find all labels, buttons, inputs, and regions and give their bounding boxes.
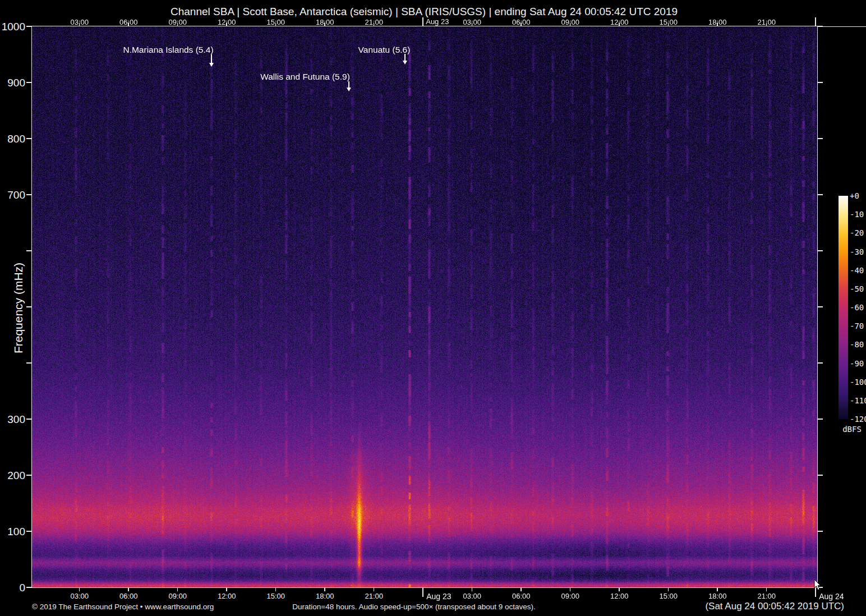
y-tick-left <box>26 587 32 588</box>
x-tick-label-top: 06:00 <box>119 18 138 26</box>
x-tick-label-bottom: 15:00 <box>659 592 678 600</box>
x-tick-label-top: 03:00 <box>463 18 481 26</box>
x-tick-bottom <box>717 587 718 591</box>
colorbar-tick-label: -70 <box>850 321 864 330</box>
y-tick-left <box>26 138 32 139</box>
x-tick-label-top: 03:00 <box>70 18 89 26</box>
x-tick-label-bottom: 09:00 <box>168 592 187 600</box>
x-tick-label-top: 12:00 <box>218 18 236 26</box>
colorbar-tick-label: -20 <box>850 228 864 237</box>
mouse-cursor <box>814 580 822 591</box>
y-tick-label: 100 <box>1 526 25 538</box>
x-tick-bottom <box>766 587 767 591</box>
x-tick-label-top: 15:00 <box>659 18 678 26</box>
x-tick-bottom <box>177 587 178 591</box>
x-tick-label-top: 09:00 <box>561 18 579 26</box>
y-tick-left <box>26 26 32 27</box>
y-tick-right <box>817 194 823 195</box>
y-tick-label: 300 <box>1 413 25 426</box>
y-tick-left <box>26 531 32 532</box>
y-tick-left <box>26 306 32 307</box>
x-tick-label-top: 21:00 <box>365 18 383 26</box>
x-tick-top <box>422 17 423 27</box>
y-tick-left <box>26 250 32 251</box>
x-tick-bottom <box>374 587 375 591</box>
y-tick-right <box>817 419 823 420</box>
x-tick-bottom <box>226 587 227 591</box>
annotation-arrow-line <box>404 54 406 61</box>
y-tick-label: 800 <box>1 133 25 145</box>
x-tick-label-bottom: Aug 23 <box>426 592 451 601</box>
colorbar-tick-label: -30 <box>850 247 864 256</box>
annotation-label: Wallis and Futuna (5.9) <box>260 72 350 82</box>
y-tick-left <box>26 194 32 195</box>
annotation-arrow-head <box>347 88 351 91</box>
x-tick-label-top: 21:00 <box>757 18 776 26</box>
colorbar-unit-label: dBFS <box>839 425 865 434</box>
x-tick-bottom <box>324 587 325 591</box>
x-tick-bottom <box>619 587 620 591</box>
colorbar-tick-label: -110 <box>850 396 866 405</box>
y-tick-left <box>26 362 32 364</box>
annotation-label: Vanuatu (5.6) <box>358 45 411 55</box>
x-tick-label-bottom: 21:00 <box>757 592 776 600</box>
y-tick-right <box>817 138 823 139</box>
x-tick-label-bottom: 21:00 <box>365 592 383 600</box>
footer-copyright: © 2019 The Earthsound Project • www.eart… <box>32 603 214 611</box>
colorbar-tick-label: -50 <box>850 284 864 293</box>
y-tick-label: 900 <box>1 77 25 89</box>
x-tick-bottom <box>520 587 522 591</box>
y-tick-right <box>817 362 823 364</box>
top-axis-line-extension <box>817 26 866 27</box>
x-tick-label-top: 06:00 <box>512 18 531 26</box>
x-tick-bottom <box>472 587 473 591</box>
y-tick-left <box>26 475 32 476</box>
y-tick-right <box>817 531 823 532</box>
x-tick-bottom <box>570 587 571 591</box>
annotation-arrow-head <box>209 63 214 67</box>
colorbar-tick-label: -100 <box>850 378 866 387</box>
x-tick-label-bottom: Aug 24 <box>819 592 844 601</box>
colorbar-tick-label: +0 <box>850 191 859 200</box>
x-tick-label-top: 18:00 <box>708 18 727 26</box>
annotation-arrow-line <box>348 81 349 88</box>
y-tick-right <box>817 82 823 83</box>
annotation-label: N.Mariana Islands (5.4) <box>123 45 213 55</box>
y-tick-label: 1000 <box>1 21 25 33</box>
y-axis-label: Frequency (mHz) <box>12 258 25 358</box>
colorbar-tick-label: -10 <box>850 210 864 219</box>
y-tick-right <box>817 250 823 251</box>
x-tick-label-top: Aug 23 <box>426 17 449 26</box>
x-tick-label-bottom: 06:00 <box>119 592 138 600</box>
spectrogram-canvas <box>32 26 817 587</box>
x-tick-bottom <box>275 587 277 591</box>
footer-duration: Duration=48 hours. Audio speed-up=500× (… <box>292 603 535 611</box>
x-tick-label-bottom: 18:00 <box>316 592 334 600</box>
page-title: Channel SBA | Scott Base, Antarctica (se… <box>171 6 678 18</box>
x-tick-label-bottom: 12:00 <box>610 592 629 600</box>
spectrogram-figure: Channel SBA | Scott Base, Antarctica (se… <box>0 0 866 616</box>
y-tick-label: 0 <box>1 582 25 594</box>
x-tick-label-top: 15:00 <box>266 18 285 26</box>
colorbar-tick-label: -120 <box>850 415 866 424</box>
x-tick-bottom <box>422 587 423 597</box>
x-tick-top <box>815 17 816 27</box>
colorbar-tick-label: -90 <box>850 359 864 368</box>
colorbar-tick-label: -40 <box>850 266 864 275</box>
annotation-arrow-head <box>403 61 407 65</box>
colorbar-tick-label: -80 <box>850 340 864 349</box>
x-tick-label-top: 12:00 <box>610 18 629 26</box>
x-tick-label-bottom: 06:00 <box>512 592 531 600</box>
annotation-arrow-line <box>211 54 212 63</box>
y-tick-right <box>817 475 823 476</box>
y-tick-label: 700 <box>1 189 25 201</box>
colorbar-gradient <box>839 196 848 419</box>
y-tick-right <box>817 26 823 27</box>
y-tick-label: 200 <box>1 470 25 482</box>
x-tick-label-bottom: 09:00 <box>561 592 579 600</box>
x-tick-bottom <box>668 587 669 591</box>
x-tick-label-bottom: 18:00 <box>708 592 727 600</box>
x-tick-label-bottom: 03:00 <box>70 592 89 600</box>
y-tick-left <box>26 419 32 420</box>
x-tick-label-bottom: 15:00 <box>266 592 285 600</box>
